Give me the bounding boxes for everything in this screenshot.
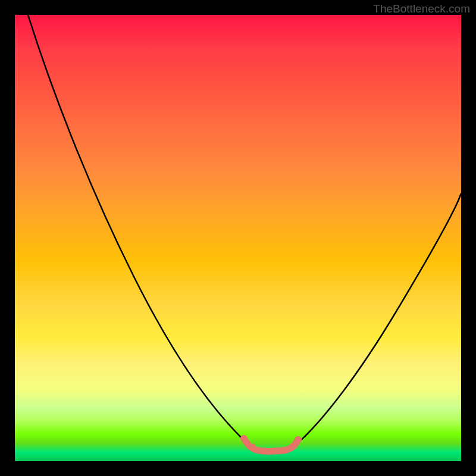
optimal-dot xyxy=(250,444,256,450)
optimal-dot xyxy=(281,447,287,453)
optimal-dot xyxy=(271,448,277,454)
chart-plot-area xyxy=(15,15,461,461)
optimal-dot xyxy=(240,435,248,442)
bottleneck-curve-svg xyxy=(15,15,461,461)
optimal-dot xyxy=(295,436,302,443)
optimal-dot xyxy=(261,447,267,453)
watermark-text: TheBottleneck.com xyxy=(373,2,470,15)
bottleneck-curve-line xyxy=(28,15,461,450)
